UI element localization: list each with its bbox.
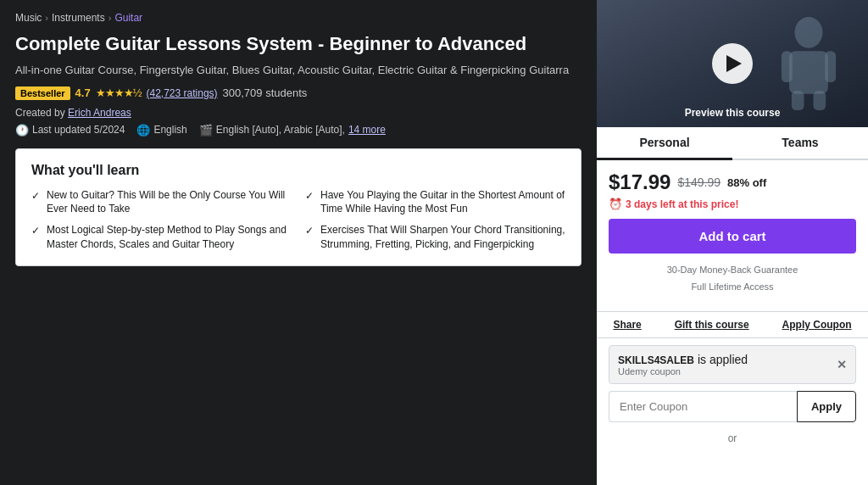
guarantee-2: Full Lifetime Access	[609, 279, 856, 296]
svg-rect-3	[825, 51, 836, 82]
captions-text: English [Auto], Arabic [Auto],	[216, 124, 345, 136]
video-thumbnail[interactable]: Preview this course	[597, 0, 868, 127]
guarantee-1: 30-Day Money-Back Guarantee	[609, 262, 856, 279]
share-link[interactable]: Share	[613, 319, 641, 331]
apply-coupon-link[interactable]: Apply Coupon	[782, 319, 852, 331]
creator-link[interactable]: Erich Andreas	[68, 107, 131, 119]
globe-icon: 🌐	[136, 124, 150, 137]
tab-personal[interactable]: Personal	[597, 127, 732, 160]
course-tabs: Personal Teams	[597, 127, 868, 160]
alarm-icon: ⏰	[609, 198, 622, 210]
gift-link[interactable]: Gift this course	[675, 319, 749, 331]
tab-teams[interactable]: Teams	[732, 127, 868, 160]
or-divider: or	[597, 432, 868, 444]
stars-icon: ★★★★½	[96, 86, 142, 99]
last-updated: 🕐 Last updated 5/2024	[15, 124, 125, 137]
captions-item: 🎬 English [Auto], Arabic [Auto], 14 more	[199, 124, 386, 137]
coupon-desc: Udemy coupon	[618, 366, 748, 376]
current-price: $17.99	[609, 170, 670, 194]
learn-item-2: ✓ Most Logical Step-by-step Method to Pl…	[31, 223, 292, 252]
breadcrumb-music[interactable]: Music	[15, 12, 42, 24]
svg-rect-5	[814, 91, 826, 110]
svg-rect-4	[792, 91, 804, 110]
play-triangle-icon	[726, 55, 742, 72]
learn-text-0: New to Guitar? This Will be the Only Cou…	[47, 188, 292, 217]
urgency-label: 3 days left at this price!	[626, 198, 738, 210]
rating-count[interactable]: (42,723 ratings)	[147, 87, 218, 99]
urgency-text: ⏰ 3 days left at this price!	[609, 198, 856, 210]
cc-icon: 🎬	[199, 124, 213, 137]
learn-text-1: Have You Playing the Guitar in the Short…	[320, 188, 565, 217]
learn-grid: ✓ New to Guitar? This Will be the Only C…	[31, 188, 565, 252]
language-item: 🌐 English	[136, 124, 186, 137]
language-text: English	[153, 124, 186, 136]
students-count: 300,709 students	[223, 86, 308, 99]
price-row: $17.99 $149.99 88% off	[609, 170, 856, 194]
creator-label: Created by	[15, 107, 65, 119]
breadcrumb-sep-2: ›	[108, 13, 112, 23]
breadcrumb: Music › Instruments › Guitar	[15, 12, 581, 24]
svg-rect-1	[789, 51, 828, 93]
creator-row: Created by Erich Andreas	[15, 107, 581, 119]
coupon-status-text: is applied	[698, 353, 748, 366]
right-panel: Preview this course Personal Teams $17.9…	[597, 0, 868, 485]
course-subtitle: All-in-one Guitar Course, Fingerstyle Gu…	[15, 63, 581, 78]
coupon-info: SKILLS4SALEB is applied Udemy coupon	[618, 353, 748, 376]
discount-badge: 88% off	[727, 176, 766, 189]
add-to-cart-button[interactable]: Add to cart	[609, 219, 856, 254]
breadcrumb-sep-1: ›	[45, 13, 48, 23]
check-icon-0: ✓	[31, 189, 40, 203]
check-icon-2: ✓	[31, 224, 40, 238]
coupon-close-button[interactable]: ✕	[837, 358, 847, 371]
rating-row: Bestseller 4.7 ★★★★½ (42,723 ratings) 30…	[15, 86, 581, 100]
original-price: $149.99	[677, 176, 721, 189]
preview-label: Preview this course	[685, 107, 781, 119]
svg-rect-2	[782, 51, 793, 82]
person-illustration	[775, 17, 843, 110]
coupon-applied-row: SKILLS4SALEB is applied Udemy coupon ✕	[609, 345, 856, 384]
rating-number: 4.7	[75, 86, 91, 99]
learn-text-2: Most Logical Step-by-step Method to Play…	[47, 223, 292, 252]
coupon-input[interactable]	[609, 391, 797, 422]
learn-item-0: ✓ New to Guitar? This Will be the Only C…	[31, 188, 292, 217]
meta-row: 🕐 Last updated 5/2024 🌐 English 🎬 Englis…	[15, 124, 581, 137]
svg-point-0	[795, 17, 823, 48]
check-icon-3: ✓	[305, 224, 314, 238]
coupon-input-row: Apply	[609, 391, 856, 422]
left-panel: Music › Instruments › Guitar Complete Gu…	[0, 0, 597, 485]
coupon-apply-button[interactable]: Apply	[797, 391, 856, 422]
breadcrumb-instruments[interactable]: Instruments	[52, 12, 105, 24]
learn-section: What you'll learn ✓ New to Guitar? This …	[15, 148, 581, 266]
play-button[interactable]	[712, 43, 753, 84]
breadcrumb-current: Guitar	[114, 12, 142, 24]
course-title: Complete Guitar Lessons System - Beginne…	[15, 32, 581, 56]
last-updated-text: Last updated 5/2024	[32, 124, 125, 136]
learn-item-3: ✓ Exercises That Will Sharpen Your Chord…	[305, 223, 565, 252]
captions-more-link[interactable]: 14 more	[348, 124, 386, 136]
guarantees: 30-Day Money-Back Guarantee Full Lifetim…	[609, 262, 856, 296]
learn-text-3: Exercises That Will Sharpen Your Chord T…	[320, 223, 565, 252]
learn-item-1: ✓ Have You Playing the Guitar in the Sho…	[305, 188, 565, 217]
check-icon-1: ✓	[305, 189, 314, 203]
clock-meta-icon: 🕐	[15, 124, 29, 137]
learn-title: What you'll learn	[31, 163, 565, 178]
coupon-code: SKILLS4SALEB	[618, 354, 694, 366]
action-links: Share Gift this course Apply Coupon	[597, 311, 868, 338]
bestseller-badge: Bestseller	[15, 86, 70, 100]
pricing-area: $17.99 $149.99 88% off ⏰ 3 days left at …	[597, 160, 868, 311]
